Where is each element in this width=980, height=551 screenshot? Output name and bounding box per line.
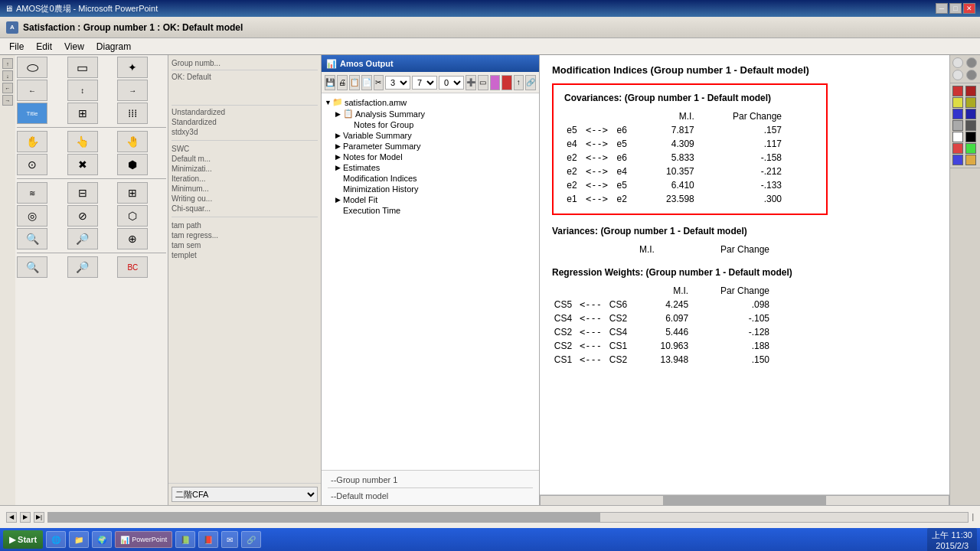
toolbar-btn-2[interactable]: ↓: [2, 70, 13, 81]
tool-hex[interactable]: ⬡: [117, 205, 148, 227]
toolbar-btn-4[interactable]: →: [2, 95, 13, 106]
output-scrollbar[interactable]: [540, 494, 949, 505]
amos-tool-col1[interactable]: [490, 75, 501, 90]
color-swatch[interactable]: [965, 132, 976, 142]
menu-edit[interactable]: Edit: [30, 40, 58, 54]
amos-select-3[interactable]: 0: [439, 76, 464, 90]
tool-title[interactable]: Title: [17, 103, 47, 124]
amos-tool-link[interactable]: 🔗: [525, 75, 536, 90]
color-swatch[interactable]: [965, 97, 976, 108]
amos-tool-box[interactable]: ▭: [478, 75, 488, 90]
tree-item-mod-indices[interactable]: Modification Indices: [325, 173, 536, 184]
tool-search2[interactable]: 🔎: [67, 256, 98, 278]
maximize-button[interactable]: □: [949, 3, 962, 14]
tool-dots[interactable]: ⁞⁞⁞: [117, 103, 148, 124]
title-bar-controls[interactable]: ─ □ ✕: [936, 3, 975, 14]
h-scrollbar[interactable]: [540, 495, 949, 505]
taskbar-pdf[interactable]: 📕: [198, 531, 218, 548]
tool-minus[interactable]: ⊘: [67, 205, 98, 227]
color-swatch[interactable]: [952, 109, 963, 119]
amos-select-1[interactable]: 3: [385, 76, 410, 90]
tool-zoom-in[interactable]: 🔎: [67, 228, 98, 249]
amos-tool-copy[interactable]: 📋: [349, 75, 360, 90]
tool-oval[interactable]: ⬭: [17, 57, 47, 78]
bottom-h-scrollbar[interactable]: [47, 512, 969, 523]
color-swatch[interactable]: [952, 97, 963, 108]
model-select[interactable]: 二階CFA: [172, 487, 318, 502]
amos-tool-up[interactable]: ↑: [514, 75, 524, 90]
taskbar-explorer[interactable]: 📁: [69, 531, 89, 548]
tree-label-exec-time: Execution Time: [343, 206, 400, 215]
taskbar-mail[interactable]: ✉: [221, 531, 238, 548]
taskbar-network[interactable]: 🔗: [241, 531, 261, 548]
tool-bc[interactable]: BC: [117, 256, 148, 278]
tool-zoom-fit[interactable]: ⊕: [117, 228, 148, 249]
tool-star[interactable]: ⬢: [117, 154, 148, 175]
amos-tool-save[interactable]: 💾: [325, 75, 335, 90]
amos-select-2[interactable]: 7: [412, 76, 437, 90]
tree-item-exec-time[interactable]: Execution Time: [325, 205, 536, 216]
taskbar-ie[interactable]: 🌐: [46, 531, 66, 548]
tool-nav-left[interactable]: ←: [17, 80, 47, 101]
color-dot-2[interactable]: [966, 57, 977, 68]
amos-tool-misc[interactable]: ✂: [374, 75, 384, 90]
tree-item-parameter[interactable]: ▶ Parameter Summary: [325, 141, 536, 152]
color-swatch[interactable]: [952, 86, 963, 96]
scroll-play-btn[interactable]: ▶: [20, 512, 31, 523]
tree-item-notes-group[interactable]: Notes for Group: [325, 119, 536, 130]
tool-nav-mid[interactable]: ↕: [67, 80, 98, 101]
color-swatch[interactable]: [965, 86, 976, 96]
tool-connect[interactable]: ✦: [117, 57, 148, 78]
tool-search-path[interactable]: 🔍: [17, 256, 47, 278]
tool-lines2[interactable]: ⊞: [117, 182, 148, 204]
tree-item-estimates[interactable]: ▶ Estimates: [325, 162, 536, 173]
tool-circle[interactable]: ⊙: [17, 154, 47, 175]
amos-tool-paste[interactable]: 📄: [361, 75, 372, 90]
tool-zoom-out[interactable]: 🔍: [17, 228, 47, 249]
color-swatch[interactable]: [952, 120, 963, 131]
tool-path[interactable]: ≋: [17, 182, 47, 204]
color-swatch[interactable]: [952, 132, 963, 142]
color-dot-3[interactable]: [952, 70, 963, 80]
tree-item-notes-model[interactable]: ▶ Notes for Model: [325, 152, 536, 162]
taskbar-powerpoint[interactable]: 📊 PowerPoint: [115, 531, 172, 548]
tool-grid[interactable]: ⊞: [67, 103, 98, 124]
tree-item-analysis[interactable]: ▶ 📋 Analysis Summary: [325, 108, 536, 119]
scroll-right-btn[interactable]: ▶|: [34, 512, 44, 523]
tool-hand[interactable]: ✋: [17, 131, 47, 152]
color-swatch[interactable]: [952, 155, 963, 165]
color-swatch[interactable]: [965, 155, 976, 165]
color-dot-1[interactable]: [952, 57, 963, 68]
tree-root[interactable]: ▼ 📁 satisfaction.amw: [325, 96, 536, 108]
scroll-left-btn[interactable]: ◀: [6, 512, 17, 523]
label-tam-path: tam path: [172, 220, 318, 230]
tool-lines[interactable]: ⊟: [67, 182, 98, 204]
color-swatch[interactable]: [965, 109, 976, 119]
menu-file[interactable]: File: [3, 40, 30, 54]
tree-item-min-history[interactable]: Minimization History: [325, 184, 536, 194]
tool-rect[interactable]: ▭: [67, 57, 98, 78]
taskbar-excel[interactable]: 📗: [175, 531, 195, 548]
tool-grab[interactable]: 🤚: [117, 131, 148, 152]
color-dot-4[interactable]: [966, 70, 977, 80]
color-swatch[interactable]: [965, 143, 976, 154]
tree-item-model-fit[interactable]: ▶ Model Fit: [325, 194, 536, 205]
toolbar-btn-3[interactable]: ←: [2, 83, 13, 93]
tool-target[interactable]: ◎: [17, 205, 47, 227]
amos-tool-col2[interactable]: [501, 75, 512, 90]
menu-view[interactable]: View: [58, 40, 90, 54]
tool-x[interactable]: ✖: [67, 154, 98, 175]
start-button[interactable]: ▶ Start: [3, 530, 43, 549]
tool-nav-right[interactable]: →: [117, 80, 148, 101]
close-button[interactable]: ✕: [963, 3, 975, 14]
minimize-button[interactable]: ─: [936, 3, 948, 14]
amos-tool-print[interactable]: 🖨: [337, 75, 348, 90]
tool-point[interactable]: 👆: [67, 131, 98, 152]
color-swatch[interactable]: [952, 143, 963, 154]
tree-item-variable[interactable]: ▶ Variable Summary: [325, 130, 536, 141]
toolbar-btn-1[interactable]: ↑: [2, 58, 13, 69]
menu-diagram[interactable]: Diagram: [90, 40, 137, 54]
color-swatch[interactable]: [965, 120, 976, 131]
amos-tool-plus[interactable]: ➕: [466, 75, 476, 90]
taskbar-chrome[interactable]: 🌍: [92, 531, 112, 548]
